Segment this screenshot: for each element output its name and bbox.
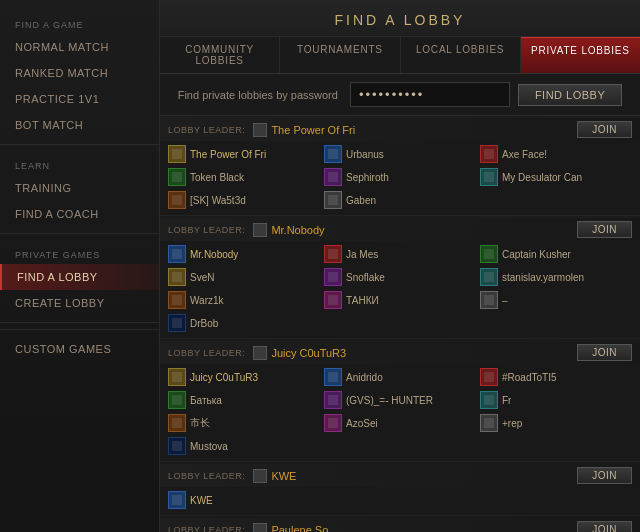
sidebar-item-create-lobby[interactable]: Create Lobby xyxy=(0,290,159,316)
svg-rect-3 xyxy=(172,172,182,182)
join-button[interactable]: JOIN xyxy=(577,121,632,138)
svg-rect-14 xyxy=(172,295,182,305)
sidebar-item-practice-1v1[interactable]: Practice 1v1 xyxy=(0,86,159,112)
sidebar-item-find-lobby[interactable]: Find a Lobby xyxy=(0,264,159,290)
join-button[interactable]: JOIN xyxy=(577,467,632,484)
player-avatar xyxy=(324,391,342,409)
player-entry: Gaben xyxy=(324,189,476,211)
tab-private[interactable]: Private Lobbies xyxy=(521,37,640,73)
lobby-group: Lobby Leader:Juicy C0uTuR3JOINJuicy C0uT… xyxy=(160,341,640,462)
svg-rect-7 xyxy=(328,195,338,205)
leader-avatar-icon xyxy=(253,346,267,360)
sidebar-item-ranked-match[interactable]: Ranked Match xyxy=(0,60,159,86)
player-name: Axe Face! xyxy=(502,149,547,160)
player-name: Gaben xyxy=(346,195,376,206)
svg-rect-6 xyxy=(172,195,182,205)
player-entry: DrBob xyxy=(168,312,320,334)
lobby-group: Lobby Leader:KWEJOINKWE xyxy=(160,464,640,516)
player-entry: The Power Of Fri xyxy=(168,143,320,165)
player-avatar xyxy=(168,314,186,332)
player-entry: stanislav.yarmolen xyxy=(480,266,632,288)
player-entry: 市长 xyxy=(168,412,320,434)
lobby-leader-row: Lobby Leader:Juicy C0uTuR3JOIN xyxy=(160,341,640,364)
password-description: Find private lobbies by password xyxy=(178,89,338,101)
leader-avatar-icon xyxy=(253,223,267,237)
player-entry: AzoSei xyxy=(324,412,476,434)
leader-avatar-icon xyxy=(253,523,267,533)
player-entry: Snoflake xyxy=(324,266,476,288)
player-avatar xyxy=(168,268,186,286)
player-name: Fr xyxy=(502,395,511,406)
svg-rect-27 xyxy=(172,441,182,451)
sidebar-item-normal-match[interactable]: Normal Match xyxy=(0,34,159,60)
player-name: SveN xyxy=(190,272,214,283)
sidebar-item-find-coach[interactable]: Find a Coach xyxy=(0,201,159,227)
player-entry: Ja Mes xyxy=(324,243,476,265)
player-entry: SveN xyxy=(168,266,320,288)
lobby-leader-name: Juicy C0uTuR3 xyxy=(253,346,346,360)
player-avatar xyxy=(480,245,498,263)
player-name: Sephiroth xyxy=(346,172,389,183)
player-avatar xyxy=(480,414,498,432)
password-input[interactable] xyxy=(350,82,510,107)
player-avatar xyxy=(168,491,186,509)
svg-rect-9 xyxy=(328,249,338,259)
player-name: DrBob xyxy=(190,318,218,329)
sidebar-item-training[interactable]: Training xyxy=(0,175,159,201)
player-entry: Fr xyxy=(480,389,632,411)
player-avatar xyxy=(324,368,342,386)
player-name: Urbanus xyxy=(346,149,384,160)
player-entry: #RoadToTI5 xyxy=(480,366,632,388)
player-name: (GVS)_=- HUNTER xyxy=(346,395,433,406)
svg-rect-23 xyxy=(484,395,494,405)
lobby-leader-label: Lobby Leader: xyxy=(168,525,245,533)
lobby-leader-name: Mr.Nobody xyxy=(253,223,324,237)
lobby-leader-row: Lobby Leader:KWEJOIN xyxy=(160,464,640,487)
tab-local[interactable]: Local Lobbies xyxy=(401,37,521,73)
player-avatar xyxy=(324,145,342,163)
player-avatar xyxy=(168,145,186,163)
player-name: My Desulator Can xyxy=(502,172,582,183)
lobby-leader-label: Lobby Leader: xyxy=(168,348,245,358)
lobby-group: Lobby Leader:Paulene SoJOINPaulene So xyxy=(160,518,640,532)
lobby-players-grid: Mr.NobodyJa MesCaptain KusherSveNSnoflak… xyxy=(160,241,640,338)
player-entry: My Desulator Can xyxy=(480,166,632,188)
player-avatar xyxy=(324,414,342,432)
join-button[interactable]: JOIN xyxy=(577,344,632,361)
find-lobby-button[interactable]: Find Lobby xyxy=(518,84,622,106)
svg-rect-20 xyxy=(484,372,494,382)
join-button[interactable]: JOIN xyxy=(577,221,632,238)
player-avatar xyxy=(324,245,342,263)
player-avatar xyxy=(480,368,498,386)
svg-rect-19 xyxy=(328,372,338,382)
player-avatar xyxy=(324,168,342,186)
player-name: Snoflake xyxy=(346,272,385,283)
player-name: [SK] Wa5t3d xyxy=(190,195,246,206)
sidebar-section-label-2: Private Games xyxy=(0,240,159,264)
join-button[interactable]: JOIN xyxy=(577,521,632,532)
player-entry: +rep xyxy=(480,412,632,434)
player-entry: Captain Kusher xyxy=(480,243,632,265)
tab-tournaments[interactable]: Tournaments xyxy=(280,37,400,73)
svg-rect-16 xyxy=(484,295,494,305)
tab-community[interactable]: Community Lobbies xyxy=(160,37,280,73)
player-avatar xyxy=(168,368,186,386)
player-name: KWE xyxy=(190,495,213,506)
player-name: Mr.Nobody xyxy=(190,249,238,260)
player-avatar xyxy=(168,168,186,186)
main-panel: Find a Lobby Community LobbiesTournament… xyxy=(160,0,640,532)
sidebar-item-bot-match[interactable]: Bot Match xyxy=(0,112,159,138)
sidebar-item-custom-games[interactable]: Custom Games xyxy=(0,336,159,362)
player-name: Батька xyxy=(190,395,222,406)
lobby-leader-row: Lobby Leader:The Power Of FriJOIN xyxy=(160,118,640,141)
player-avatar xyxy=(168,414,186,432)
player-avatar xyxy=(480,391,498,409)
player-entry: – xyxy=(480,289,632,311)
player-avatar xyxy=(480,268,498,286)
player-entry: Mr.Nobody xyxy=(168,243,320,265)
player-name: ТАНКИ xyxy=(346,295,379,306)
svg-rect-2 xyxy=(484,149,494,159)
svg-rect-15 xyxy=(328,295,338,305)
player-name: Ja Mes xyxy=(346,249,378,260)
player-name: +rep xyxy=(502,418,522,429)
